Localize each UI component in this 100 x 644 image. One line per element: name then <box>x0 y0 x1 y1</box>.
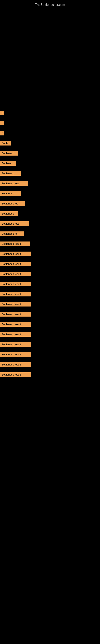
bottleneck-item: Bottleneck result <box>0 362 31 367</box>
bottleneck-item: Bottleneck re <box>0 232 24 236</box>
bottleneck-item: Bottleneck <box>0 211 18 216</box>
bottleneck-items-container: BIBBottleBottleneckBottleneBottleneck rB… <box>0 111 100 382</box>
bottleneck-item: Bottle <box>0 141 11 146</box>
bottleneck-item: B <box>0 131 4 136</box>
bottleneck-item: Bottleneck result <box>0 262 31 266</box>
bottleneck-item: Bottleneck <box>0 151 18 156</box>
bottleneck-item: Bottleneck result <box>0 372 31 377</box>
bottleneck-item: Bottleneck result <box>0 312 31 316</box>
bottleneck-item: Bottleneck result <box>0 342 31 347</box>
bottleneck-item: Bottleneck result <box>0 352 31 357</box>
bottleneck-item: Bottleneck r <box>0 191 21 196</box>
bottleneck-item: Bottleneck resul <box>0 181 28 186</box>
bottleneck-item: Bottleneck result <box>0 282 31 286</box>
bottleneck-item: Bottleneck r <box>0 171 21 176</box>
bottleneck-item: Bottleneck result <box>0 242 30 246</box>
bottleneck-item: Bottleneck result <box>0 272 31 276</box>
bottleneck-item: Bottleneck result <box>0 332 31 337</box>
bottleneck-item: Bottleneck result <box>0 252 31 256</box>
bottleneck-item: Bottleneck res <box>0 201 25 206</box>
bottleneck-item: Bottleneck result <box>0 302 31 306</box>
bottleneck-item: Bottleneck result <box>0 322 31 327</box>
bottleneck-item: Bottleneck result <box>0 292 31 296</box>
site-title: TheBottlenecker.com <box>0 1 100 9</box>
bottleneck-item: I <box>0 121 4 126</box>
bottleneck-item: Bottlene <box>0 161 16 166</box>
bottleneck-item: B <box>0 111 4 115</box>
bottleneck-item: Bottleneck resul <box>0 222 29 226</box>
